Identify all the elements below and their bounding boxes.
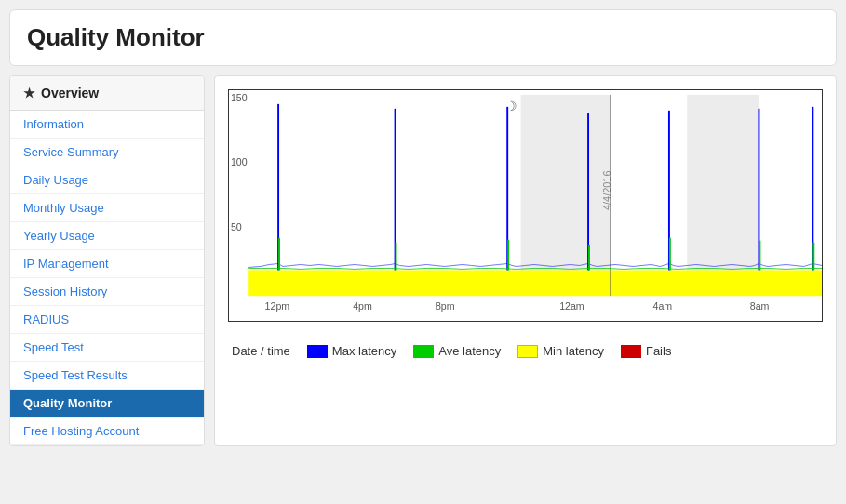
overview-label: Overview	[41, 86, 99, 100]
legend-max: Max latency	[307, 344, 396, 358]
svg-text:4pm: 4pm	[353, 300, 372, 312]
sidebar-item-monthly-usage[interactable]: Monthly Usage	[10, 194, 204, 222]
sidebar-item-session-history[interactable]: Session History	[10, 278, 204, 306]
svg-text:12pm: 12pm	[265, 300, 290, 312]
legend-datetime-label: Date / time	[232, 344, 290, 358]
page-title: Quality Monitor	[27, 23, 819, 52]
main-content: 150 100 50 12pm	[214, 75, 837, 446]
legend-max-box	[307, 345, 328, 358]
main-layout: ★ Overview InformationService SummaryDai…	[9, 75, 837, 446]
svg-text:12am: 12am	[559, 300, 584, 312]
sidebar-item-yearly-usage[interactable]: Yearly Usage	[10, 222, 204, 250]
chart-container: 150 100 50 12pm	[228, 89, 823, 322]
svg-text:4am: 4am	[653, 300, 673, 312]
sidebar-item-speed-test-results[interactable]: Speed Test Results	[10, 362, 204, 390]
legend-ave-box	[413, 345, 434, 358]
svg-rect-8	[521, 95, 611, 296]
sidebar-item-daily-usage[interactable]: Daily Usage	[10, 166, 204, 194]
sidebar-item-speed-test[interactable]: Speed Test	[10, 334, 204, 362]
legend-fails: Fails	[621, 344, 671, 358]
legend-min-box	[517, 345, 538, 358]
svg-text:8am: 8am	[750, 300, 770, 312]
legend-min: Min latency	[517, 344, 604, 358]
legend-fails-box	[621, 345, 641, 358]
svg-text:100: 100	[231, 156, 248, 167]
sidebar-item-quality-monitor[interactable]: Quality Monitor	[10, 390, 204, 418]
svg-rect-10	[248, 270, 822, 296]
legend-ave: Ave latency	[413, 344, 501, 358]
legend-ave-label: Ave latency	[438, 344, 501, 358]
sidebar-item-information[interactable]: Information	[10, 111, 204, 139]
legend-datetime: Date / time	[232, 344, 290, 358]
star-icon: ★	[23, 86, 35, 100]
sidebar: ★ Overview InformationService SummaryDai…	[9, 75, 205, 446]
title-card: Quality Monitor	[9, 9, 837, 66]
sidebar-item-free-hosting-account[interactable]: Free Hosting Account	[10, 418, 204, 445]
svg-text:50: 50	[231, 221, 242, 232]
legend-max-label: Max latency	[332, 344, 396, 358]
sidebar-item-service-summary[interactable]: Service Summary	[10, 139, 204, 166]
legend: Date / time Max latency Ave latency Min …	[228, 337, 823, 365]
chart-svg: 150 100 50 12pm	[229, 90, 822, 321]
sidebar-overview: ★ Overview	[10, 76, 204, 111]
sidebar-item-ip-management[interactable]: IP Management	[10, 250, 204, 278]
sidebar-item-radius[interactable]: RADIUS	[10, 306, 204, 334]
svg-text:8pm: 8pm	[436, 300, 455, 312]
legend-fails-label: Fails	[646, 344, 671, 358]
svg-text:150: 150	[231, 92, 248, 103]
legend-min-label: Min latency	[543, 344, 604, 358]
